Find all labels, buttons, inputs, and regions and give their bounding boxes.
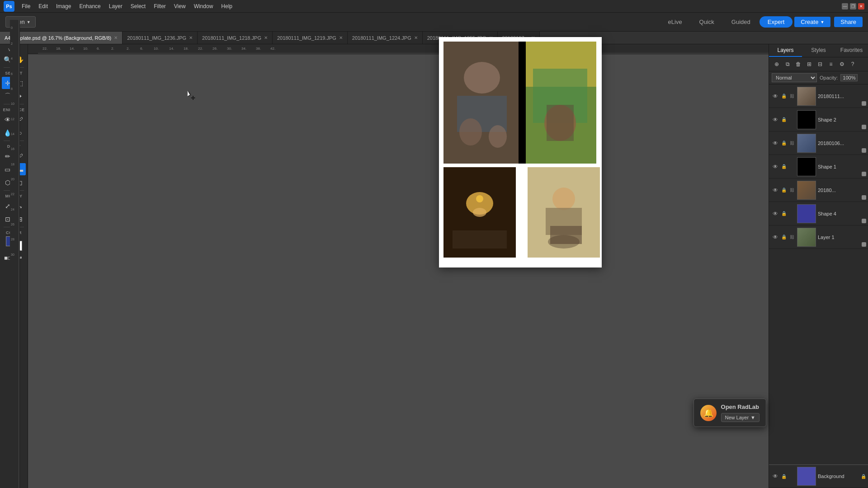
layer-name-5: 20180... bbox=[818, 188, 865, 193]
layer-name-6: Shape 4 bbox=[818, 211, 865, 216]
svg-point-54 bbox=[548, 235, 580, 249]
cursor: ✛ bbox=[186, 91, 200, 105]
photo-cell-1 bbox=[443, 44, 520, 164]
layer-link-5[interactable]: ⛓ bbox=[789, 187, 795, 193]
canvas-scroll-area[interactable]: 0 2 4 6 8 10 12 14 16 18 20 22 24 26 28 … bbox=[28, 44, 769, 488]
layer-name-4: Shape 1 bbox=[818, 164, 865, 169]
svg-point-38 bbox=[459, 118, 482, 145]
layer-item-20180111[interactable]: 👁 🔒 ⛓ 20180111... bbox=[769, 84, 868, 108]
layer-name-7: Layer 1 bbox=[818, 235, 865, 240]
cursor-move-icon: ✛ bbox=[191, 95, 195, 101]
canvas-document[interactable] bbox=[439, 44, 602, 267]
layer-visibility-5[interactable]: 👁 bbox=[772, 187, 779, 194]
layer-locked-icon: 🔒 bbox=[861, 474, 866, 479]
layer-link-6[interactable] bbox=[789, 211, 795, 217]
layer-thumb-7 bbox=[797, 228, 816, 247]
layer-name-3: 20180106... bbox=[818, 141, 865, 146]
menu-layer[interactable]: Layer bbox=[105, 2, 126, 10]
maximize-button[interactable]: ❐ bbox=[850, 3, 856, 9]
main-layout: VIEW 🔍 ✋ SELECT ✛ ⬚ ⌒ ✦ ENHANCE 👁 🖌 💧 ○ … bbox=[0, 44, 868, 488]
layer-pin-2 bbox=[862, 125, 866, 129]
menu-help[interactable]: Help bbox=[217, 2, 236, 10]
menu-window[interactable]: Window bbox=[190, 2, 217, 10]
layer-lock-2[interactable]: 🔒 bbox=[781, 117, 787, 123]
menu-view[interactable]: View bbox=[170, 2, 189, 10]
close-button[interactable]: ✕ bbox=[858, 3, 864, 9]
layer-item-shape1[interactable]: 👁 🔒 Shape 1 bbox=[769, 155, 868, 178]
new-layer-label: New Layer bbox=[725, 415, 749, 420]
layer-item-layer1[interactable]: 👁 🔒 ⛓ Layer 1 bbox=[769, 225, 868, 249]
layer-link-3[interactable]: ⛓ bbox=[789, 140, 795, 146]
layer-lock-1[interactable]: 🔒 bbox=[781, 93, 787, 99]
layer-pin-7 bbox=[862, 242, 866, 247]
layer-lock-3[interactable]: 🔒 bbox=[781, 140, 787, 146]
menu-image[interactable]: Image bbox=[52, 2, 75, 10]
menu-enhance[interactable]: Enhance bbox=[75, 2, 104, 10]
layer-pin-3 bbox=[862, 148, 866, 153]
minimize-button[interactable]: — bbox=[842, 3, 848, 9]
layer-link-4[interactable] bbox=[789, 164, 795, 170]
layer-lock-6[interactable]: 🔒 bbox=[781, 211, 787, 217]
new-layer-arrow-icon: ▼ bbox=[750, 415, 755, 420]
layer-visibility-7[interactable]: 👁 bbox=[772, 234, 779, 241]
layer-visibility-1[interactable]: 👁 bbox=[772, 93, 779, 100]
layer-thumb-2 bbox=[797, 110, 816, 129]
layer-pin-1 bbox=[862, 101, 866, 106]
photo-cell-4 bbox=[528, 167, 600, 258]
layer-visibility-4[interactable]: 👁 bbox=[772, 163, 779, 170]
layer-item-background[interactable]: 👁 🔒 Background 🔒 bbox=[769, 465, 868, 488]
layer-item-shape2[interactable]: 👁 🔒 Shape 2 bbox=[769, 108, 868, 131]
svg-rect-48 bbox=[453, 230, 507, 249]
svg-point-47 bbox=[473, 208, 486, 217]
layer-name-bg: Background bbox=[818, 474, 865, 479]
layer-thumb-3 bbox=[797, 134, 816, 153]
menu-filter[interactable]: Filter bbox=[150, 2, 170, 10]
layer-lock-5[interactable]: 🔒 bbox=[781, 187, 787, 193]
menu-edit[interactable]: Edit bbox=[35, 2, 52, 10]
layer-visibility-3[interactable]: 👁 bbox=[772, 140, 779, 147]
layer-link-2[interactable] bbox=[789, 117, 795, 123]
layer-item-20180[interactable]: 👁 🔒 ⛓ 20180... bbox=[769, 178, 868, 202]
center-gap bbox=[519, 167, 528, 258]
layer-thumb-5 bbox=[797, 181, 816, 200]
layer-item-shape4[interactable]: 👁 🔒 Shape 4 bbox=[769, 202, 868, 225]
photo-cell-3 bbox=[443, 167, 516, 258]
svg-point-39 bbox=[489, 125, 507, 148]
layer-pin-5 bbox=[862, 195, 866, 200]
layer-lock-bg[interactable]: 🔒 bbox=[781, 473, 787, 479]
layer-thumb-6 bbox=[797, 204, 816, 223]
svg-point-36 bbox=[464, 62, 500, 94]
menu-items: File Edit Image Enhance Layer Select Fil… bbox=[18, 2, 236, 10]
layer-link-7[interactable]: ⛓ bbox=[789, 234, 795, 240]
cursor-arrow-icon bbox=[185, 91, 190, 96]
layer-item-20180106[interactable]: 👁 🔒 ⛓ 20180106... bbox=[769, 131, 868, 155]
svg-point-51 bbox=[552, 188, 575, 210]
layer-visibility-6[interactable]: 👁 bbox=[772, 210, 779, 217]
new-layer-dropdown[interactable]: New Layer ▼ bbox=[721, 413, 760, 422]
layer-thumb-4 bbox=[797, 157, 816, 176]
layer-thumb-bg bbox=[797, 467, 816, 486]
menu-file[interactable]: File bbox=[18, 2, 34, 10]
photo-cell-2 bbox=[524, 44, 596, 164]
layer-visibility-bg[interactable]: 👁 bbox=[772, 473, 779, 480]
layer-name-1: 20180111... bbox=[818, 94, 865, 99]
layer-pin-4 bbox=[862, 172, 866, 176]
layer-link-bg[interactable] bbox=[789, 473, 795, 479]
layer-lock-7[interactable]: 🔒 bbox=[781, 234, 787, 240]
radlab-popup: 🔔 Open RadLab New Layer ▼ bbox=[693, 399, 766, 427]
layer-link-1[interactable]: ⛓ bbox=[789, 93, 795, 99]
layer-name-2: Shape 2 bbox=[818, 117, 865, 122]
shape-divider-h bbox=[519, 44, 526, 164]
svg-point-49 bbox=[476, 195, 483, 202]
window-controls: — ❐ ✕ bbox=[842, 3, 864, 9]
canvas-area: 22. 18. 14. 10. 6. 2. 2. 6. 10. 14. 18. … bbox=[28, 44, 769, 488]
layer-thumb-1 bbox=[797, 87, 816, 106]
layer-pin-6 bbox=[862, 219, 866, 223]
radlab-label[interactable]: Open RadLab bbox=[721, 404, 760, 410]
layer-visibility-2[interactable]: 👁 bbox=[772, 116, 779, 123]
svg-rect-44 bbox=[547, 105, 574, 141]
menu-select[interactable]: Select bbox=[127, 2, 149, 10]
layer-lock-4[interactable]: 🔒 bbox=[781, 164, 787, 170]
radlab-icon: 🔔 bbox=[700, 405, 717, 421]
